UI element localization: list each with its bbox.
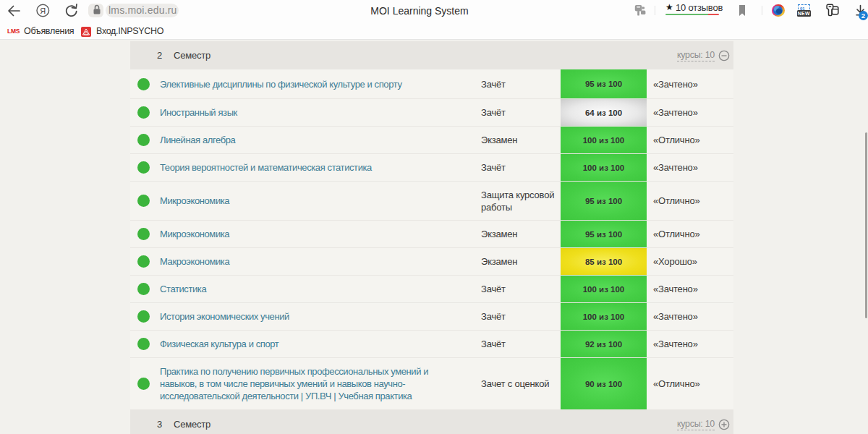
svg-text:Я: Я — [40, 7, 46, 15]
svg-text:2: 2 — [861, 12, 865, 20]
